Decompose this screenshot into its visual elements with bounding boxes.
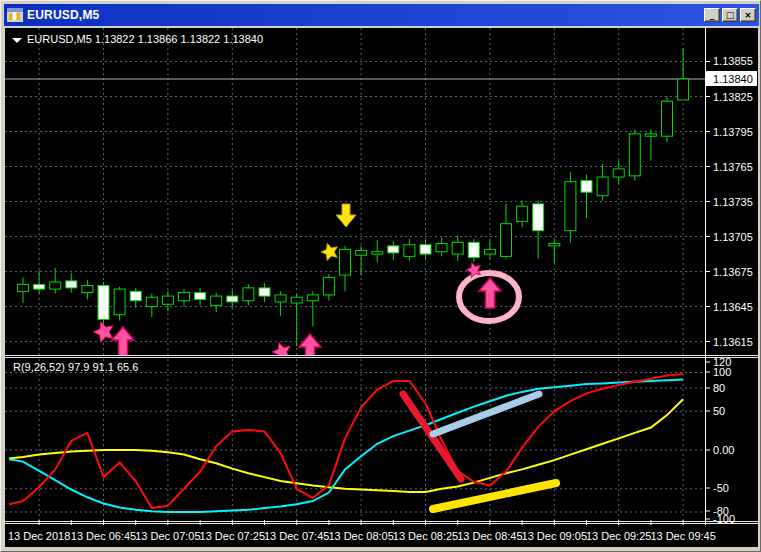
svg-text:100: 100 bbox=[713, 366, 731, 378]
svg-text:1.13765: 1.13765 bbox=[713, 161, 753, 173]
oscillator-yellow-line bbox=[9, 399, 683, 492]
pink-star-icon bbox=[272, 342, 290, 361]
svg-text:13 Dec 09:45: 13 Dec 09:45 bbox=[650, 530, 715, 542]
svg-text:13 Dec 07:25: 13 Dec 07:25 bbox=[200, 530, 265, 542]
svg-text:13 Dec 09:25: 13 Dec 09:25 bbox=[586, 530, 651, 542]
minimize-button[interactable]: _ bbox=[704, 8, 720, 22]
oscillator-cyan-line bbox=[9, 379, 683, 512]
svg-text:1.13735: 1.13735 bbox=[713, 196, 753, 208]
close-button[interactable]: × bbox=[740, 8, 756, 22]
pink-star-icon bbox=[93, 322, 113, 343]
signal-annotations bbox=[93, 204, 519, 364]
svg-text:1.13705: 1.13705 bbox=[713, 231, 753, 243]
window-titlebar[interactable]: EURUSD,M5 _ □ × bbox=[4, 4, 759, 26]
svg-text:50: 50 bbox=[713, 405, 725, 417]
svg-text:13 Dec 06:45: 13 Dec 06:45 bbox=[71, 530, 136, 542]
svg-text:1.13855: 1.13855 bbox=[713, 55, 753, 67]
indicator-axis[interactable]: 12010080500.00-50-80-100 bbox=[705, 356, 735, 525]
svg-text:13 Dec 08:25: 13 Dec 08:25 bbox=[393, 530, 458, 542]
symbol-marker bbox=[12, 38, 22, 43]
yellow-star-icon bbox=[321, 243, 337, 260]
svg-text:13 Dec 08:05: 13 Dec 08:05 bbox=[328, 530, 393, 542]
oscillator-lines bbox=[9, 374, 683, 512]
svg-text:13 Dec 09:05: 13 Dec 09:05 bbox=[522, 530, 587, 542]
chart-canvas[interactable]: 1.138551.138251.137951.137651.137351.137… bbox=[5, 28, 758, 547]
svg-text:1.13615: 1.13615 bbox=[713, 336, 753, 348]
candlesticks bbox=[18, 49, 689, 347]
svg-text:80: 80 bbox=[713, 382, 725, 394]
svg-text:0.00: 0.00 bbox=[713, 444, 734, 456]
chart-client-area[interactable]: 1.138551.138251.137951.137651.137351.137… bbox=[5, 28, 758, 547]
maximize-button[interactable]: □ bbox=[722, 8, 738, 22]
svg-text:13 Dec 08:45: 13 Dec 08:45 bbox=[457, 530, 522, 542]
chart-window-icon bbox=[7, 8, 23, 22]
svg-text:1.13645: 1.13645 bbox=[713, 301, 753, 313]
svg-text:13 Dec 07:45: 13 Dec 07:45 bbox=[264, 530, 329, 542]
svg-text:1.13825: 1.13825 bbox=[713, 91, 753, 103]
svg-text:1.13675: 1.13675 bbox=[713, 266, 753, 278]
sell-arrow-down-icon bbox=[336, 204, 356, 227]
svg-text:13 Dec 07:05: 13 Dec 07:05 bbox=[135, 530, 200, 542]
buy-arrow-up-icon bbox=[479, 278, 501, 308]
buy-arrow-up-icon bbox=[299, 334, 321, 364]
svg-text:-100: -100 bbox=[713, 513, 735, 525]
mt4-chart-window: EURUSD,M5 _ □ × 1.138551.138251.137951.1… bbox=[0, 0, 761, 552]
svg-text:13 Dec 2018: 13 Dec 2018 bbox=[8, 530, 70, 542]
symbol-ohlc-label: EURUSD,M5 1.13822 1.13866 1.13822 1.1384… bbox=[27, 33, 263, 45]
indicator-label: R(9,26,52) 97.9 91.1 65.6 bbox=[13, 361, 138, 373]
svg-text:-50: -50 bbox=[713, 482, 729, 494]
window-title: EURUSD,M5 bbox=[27, 8, 704, 22]
svg-text:1.13795: 1.13795 bbox=[713, 126, 753, 138]
svg-text:1.13840: 1.13840 bbox=[713, 73, 753, 85]
